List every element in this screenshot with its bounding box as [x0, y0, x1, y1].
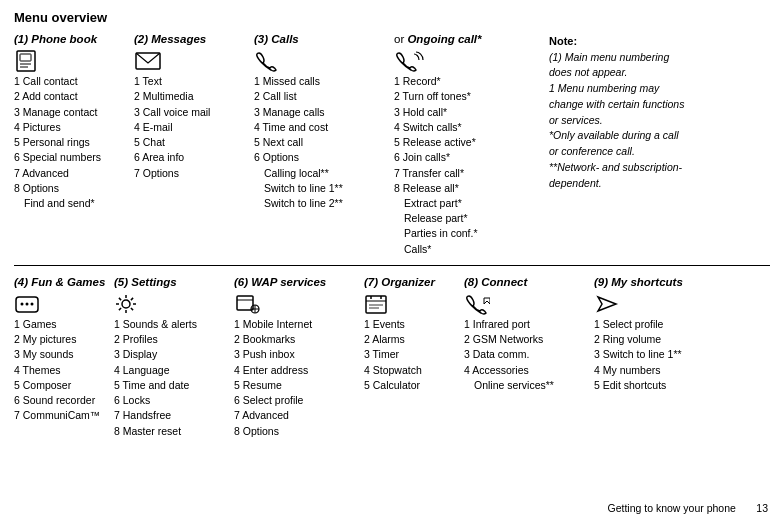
list-item: Release part*: [394, 211, 533, 226]
list-item: 2 GSM Networks: [464, 332, 590, 347]
connect-list: 1 Infrared port 2 GSM Networks 3 Data co…: [464, 317, 590, 393]
list-item: Calls*: [394, 242, 533, 257]
note-title: Note:: [549, 33, 770, 50]
list-item: 2 Call list: [254, 89, 388, 104]
list-item: Switch to line 1**: [254, 181, 388, 196]
list-item: 5 Edit shortcuts: [594, 378, 700, 393]
connect-header: (8) Connect: [464, 276, 590, 288]
svg-rect-1: [20, 54, 31, 61]
page-footer: Getting to know your phone 13: [607, 502, 768, 514]
list-item: 2 Ring volume: [594, 332, 700, 347]
fun-games-list: 1 Games 2 My pictures 3 My sounds 4 Them…: [14, 317, 110, 424]
list-item: 5 Resume: [234, 378, 360, 393]
svg-marker-21: [484, 298, 490, 304]
list-item: 1 Infrared port: [464, 317, 590, 332]
list-item: 1 Call contact: [14, 74, 128, 89]
settings-header: (5) Settings: [114, 276, 230, 288]
list-item: 1 Mobile Internet: [234, 317, 360, 332]
list-item: 2 Multimedia: [134, 89, 248, 104]
note-line: dependent.: [549, 177, 602, 189]
list-item: Calling local**: [254, 166, 388, 181]
list-item: 8 Master reset: [114, 424, 230, 439]
list-item: 6 Locks: [114, 393, 230, 408]
list-item: 7 Advanced: [14, 166, 128, 181]
section-ongoing: or Ongoing call* 1 Record* 2 Turn off to…: [394, 33, 539, 257]
list-item: 3 My sounds: [14, 347, 110, 362]
list-item: 1 Games: [14, 317, 110, 332]
footer-text: Getting to know your phone: [607, 502, 735, 514]
top-row: (1) Phone book 1 Call contact 2 Add cont…: [14, 33, 770, 266]
note-line: (1) Main menu numbering: [549, 51, 669, 63]
section-calls-header: (3) Calls: [254, 33, 388, 45]
list-item: 6 Area info: [134, 150, 248, 165]
list-item: 4 Accessories: [464, 363, 590, 378]
page: Menu overview (1) Phone book 1 Call cont…: [0, 0, 784, 522]
shortcuts-list: 1 Select profile 2 Ring volume 3 Switch …: [594, 317, 700, 393]
section-wap: (6) WAP services 1 Mobile Internet 2 Boo…: [234, 276, 364, 439]
list-item: 5 Time and date: [114, 378, 230, 393]
list-item: 4 Language: [114, 363, 230, 378]
list-item: Online services**: [464, 378, 590, 393]
messages-icon: [134, 49, 248, 72]
note-line: 1 Menu numbering may: [549, 82, 659, 94]
list-item: 5 Personal rings: [14, 135, 128, 150]
ongoing-icon: [394, 49, 533, 72]
phone-book-list: 1 Call contact 2 Add contact 3 Manage co…: [14, 74, 128, 211]
wap-icon: [234, 292, 360, 315]
list-item: 3 Manage contact: [14, 105, 128, 120]
list-item: 3 Display: [114, 347, 230, 362]
section-fun-games: (4) Fun & Games 1 Games 2 My pictures 3 …: [14, 276, 114, 439]
svg-point-7: [26, 303, 29, 306]
list-item: 4 Pictures: [14, 120, 128, 135]
list-item: Extract part*: [394, 196, 533, 211]
fun-games-icon: [14, 292, 110, 315]
list-item: 6 Sound recorder: [14, 393, 110, 408]
list-item: 3 Hold call*: [394, 105, 533, 120]
list-item: 3 Call voice mail: [134, 105, 248, 120]
list-item: 2 My pictures: [14, 332, 110, 347]
list-item: 2 Profiles: [114, 332, 230, 347]
list-item: 2 Bookmarks: [234, 332, 360, 347]
list-item: 7 CommuniCam™: [14, 408, 110, 423]
list-item: 6 Select profile: [234, 393, 360, 408]
section-calls: (3) Calls 1 Missed calls 2 Call list 3 M…: [254, 33, 394, 257]
note-line: or services.: [549, 114, 603, 126]
note-line: *Only available during a call: [549, 129, 679, 141]
wap-header: (6) WAP services: [234, 276, 360, 288]
note-line: or conference call.: [549, 145, 635, 157]
calls-icon: [254, 49, 388, 72]
note-box: Note: (1) Main menu numbering does not a…: [539, 33, 770, 257]
list-item: 5 Release active*: [394, 135, 533, 150]
list-item: 6 Join calls*: [394, 150, 533, 165]
section-phone-book-header: (1) Phone book: [14, 33, 128, 45]
organizer-icon: [364, 292, 460, 315]
list-item: 3 Manage calls: [254, 105, 388, 120]
list-item: 6 Special numbers: [14, 150, 128, 165]
list-item: 4 Themes: [14, 363, 110, 378]
svg-marker-22: [598, 297, 616, 311]
list-item: Switch to line 2**: [254, 196, 388, 211]
list-item: 8 Options: [234, 424, 360, 439]
section-messages-header: (2) Messages: [134, 33, 248, 45]
list-item: 1 Text: [134, 74, 248, 89]
list-item: 5 Next call: [254, 135, 388, 150]
svg-point-8: [31, 303, 34, 306]
section-shortcuts: (9) My shortcuts 1 Select profile 2 Ring…: [594, 276, 704, 439]
section-ongoing-header: or Ongoing call*: [394, 33, 533, 45]
list-item: 2 Turn off tones*: [394, 89, 533, 104]
settings-list: 1 Sounds & alerts 2 Profiles 3 Display 4…: [114, 317, 230, 439]
list-item: Find and send*: [14, 196, 128, 211]
calls-list: 1 Missed calls 2 Call list 3 Manage call…: [254, 74, 388, 211]
section-settings: (5) Settings 1 Sounds & alerts 2 Profile…: [114, 276, 234, 439]
note-content: (1) Main menu numbering does not appear.…: [549, 50, 770, 192]
organizer-list: 1 Events 2 Alarms 3 Timer 4 Stopwatch 5 …: [364, 317, 460, 393]
shortcuts-icon: [594, 292, 700, 315]
list-item: 1 Select profile: [594, 317, 700, 332]
wap-list: 1 Mobile Internet 2 Bookmarks 3 Push inb…: [234, 317, 360, 439]
note-line: does not appear.: [549, 66, 627, 78]
list-item: 7 Transfer call*: [394, 166, 533, 181]
ongoing-list: 1 Record* 2 Turn off tones* 3 Hold call*…: [394, 74, 533, 257]
list-item: 4 Enter address: [234, 363, 360, 378]
list-item: 3 Data comm.: [464, 347, 590, 362]
list-item: 8 Options: [14, 181, 128, 196]
